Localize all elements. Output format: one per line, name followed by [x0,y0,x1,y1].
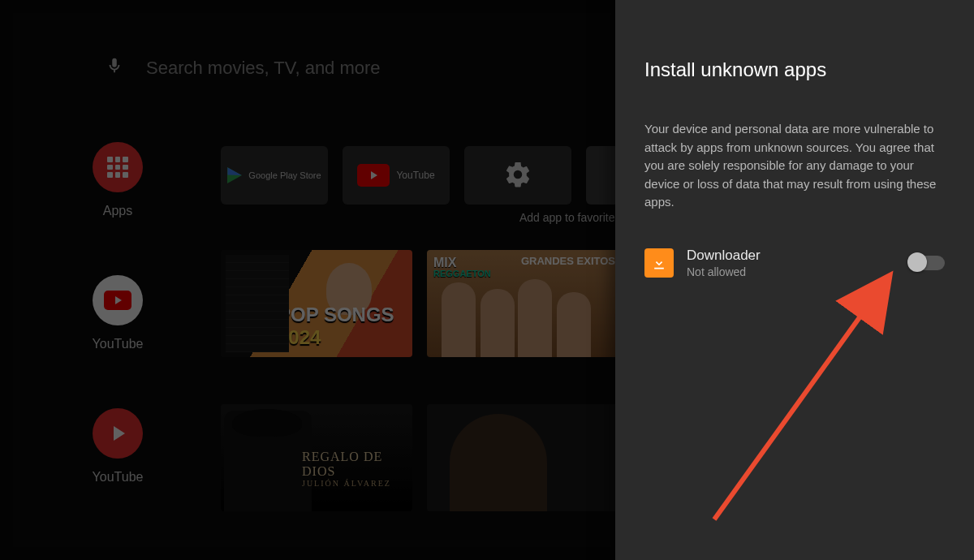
youtube-play-icon [93,408,143,459]
search-row[interactable]: Search movies, TV, and more [106,57,381,80]
video-thumb[interactable]: POP SONGS 2024 [221,250,412,357]
add-app-caption: Add app to favorites [519,211,621,224]
content-row-1: POP SONGS 2024 MIXREGGAETON GRANDES EXIT… [221,250,618,357]
toggle-knob [907,252,927,272]
video-thumb[interactable]: REGALO DEDIOS JULIÓN ÁLVAREZ [221,404,412,511]
video-thumb[interactable] [427,404,618,511]
unknown-source-app-row[interactable]: Downloader Not allowed [644,248,945,278]
thumb-title: REGALO DEDIOS JULIÓN ÁLVAREZ [302,450,391,488]
left-nav: Apps YouTube YouTube [73,142,162,485]
nav-youtube-alt-label: YouTube [93,470,144,485]
search-placeholder: Search movies, TV, and more [146,58,381,79]
apps-icon [93,142,143,192]
gear-icon [503,160,532,192]
android-tv-home: Search movies, TV, and more Apps YouTube… [0,0,974,560]
nav-youtube-alt[interactable]: YouTube [93,408,144,485]
video-thumb[interactable]: MIXREGGAETON GRANDES EXITOS [427,250,618,357]
tile-play-store[interactable]: Google Play Store [221,146,328,205]
youtube-icon [357,164,390,187]
tile-youtube[interactable]: YouTube [343,146,450,205]
allow-toggle[interactable] [909,256,945,270]
play-store-icon [227,167,242,183]
panel-description: Your device and personal data are more v… [644,120,945,212]
thumb-badge: GRANDES EXITOS [521,255,615,267]
tile-settings[interactable] [464,146,571,205]
tile-play-store-label: Google Play Store [248,170,321,180]
nav-apps-label: Apps [103,204,132,218]
panel-title: Install unknown apps [644,58,945,81]
nav-youtube-label: YouTube [93,337,144,351]
app-info: Downloader Not allowed [687,248,896,278]
content-row-2: REGALO DEDIOS JULIÓN ÁLVAREZ [221,404,618,511]
thumb-title: MIXREGGAETON [433,256,491,278]
downloader-app-icon [644,248,674,278]
nav-youtube[interactable]: YouTube [93,275,144,351]
thumb-title: POP SONGS 2024 [278,304,412,349]
app-status: Not allowed [687,265,896,278]
youtube-icon [93,275,143,325]
install-unknown-apps-panel: Install unknown apps Your device and per… [615,0,974,560]
mic-icon[interactable] [106,57,123,80]
nav-apps[interactable]: Apps [93,142,143,218]
tile-youtube-label: YouTube [396,170,434,181]
app-name: Downloader [687,248,896,264]
